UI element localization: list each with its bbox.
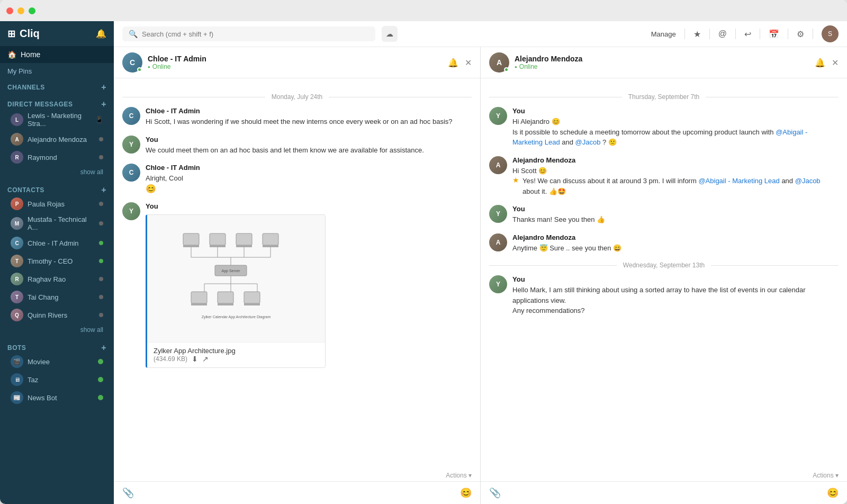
bot-moviee-name: Moviee (28, 358, 50, 366)
starred-icon[interactable]: ★ (512, 176, 519, 184)
dm-show-all[interactable]: show all (7, 166, 106, 178)
dm-item-alejandro[interactable]: A Alejandro Mendoza (7, 130, 106, 148)
left-chat-header: C Chloe - IT Admin Online 🔔 ✕ (114, 47, 480, 78)
weather-button[interactable]: ☁ (382, 26, 398, 42)
left-chat-avatar: C (122, 52, 142, 73)
actions-button[interactable]: Actions ▾ (813, 472, 839, 479)
close-icon[interactable]: ✕ (832, 58, 839, 68)
calendar-icon[interactable]: 📅 (769, 29, 779, 39)
minimize-button[interactable] (17, 7, 24, 14)
dm-item-lewis[interactable]: L Lewis - Marketing Stra... 📱 (7, 109, 106, 130)
date-label: Monday, July 24th (272, 93, 323, 101)
status-dot (99, 137, 103, 141)
bots-label: Bots (7, 344, 26, 352)
message-sender: Alejandro Mendoza (512, 233, 839, 241)
search-input[interactable] (142, 30, 369, 38)
emoji-icon[interactable]: 😊 (827, 487, 839, 499)
attachment-size: (434.69 KB) ⬇ ↗ (154, 355, 319, 363)
message-text: We could meet them on an ad hoc basis an… (146, 145, 472, 156)
message-avatar: A (489, 233, 507, 251)
channels-section: Channels + (0, 77, 114, 94)
sidebar-item-home[interactable]: 🏠 Home (0, 46, 114, 63)
maximize-button[interactable] (29, 7, 35, 14)
mention-icon[interactable]: @ (718, 29, 727, 39)
mention: @Abigail - Marketing Lead (512, 128, 807, 147)
share-icon[interactable]: ↗ (202, 355, 209, 363)
direct-messages-label: Direct Messages (7, 101, 73, 108)
contacts-add-icon[interactable]: + (101, 185, 106, 195)
left-chat-status: Online (148, 63, 443, 70)
bot-avatar: 📰 (11, 391, 23, 404)
contact-item-tai[interactable]: T Tai Chang (7, 288, 106, 306)
user-avatar[interactable]: S (822, 25, 839, 42)
contact-item-chloe[interactable]: C Chloe - IT Admin (7, 234, 106, 252)
attach-icon[interactable]: 📎 (122, 487, 134, 499)
download-icon[interactable]: ⬇ (192, 355, 198, 363)
svg-rect-23 (218, 292, 233, 303)
contact-item-quinn[interactable]: Q Quinn Rivers (7, 306, 106, 324)
direct-messages-section: Direct Messages + L Lewis - Marketing St… (0, 94, 114, 180)
star-icon[interactable]: ★ (693, 29, 701, 39)
left-chat-panel: C Chloe - IT Admin Online 🔔 ✕ (114, 47, 481, 504)
contacts-show-all[interactable]: show all (7, 324, 106, 336)
title-bar (0, 0, 847, 21)
bell-icon[interactable]: 🔔 (815, 58, 825, 68)
manage-button[interactable]: Manage (651, 30, 676, 38)
avatar: T (11, 291, 23, 303)
sidebar-item-home-label: Home (21, 50, 40, 59)
avatar: Q (11, 309, 23, 321)
direct-messages-add-icon[interactable]: + (101, 100, 106, 109)
bot-item-taz[interactable]: 🖥 Taz (7, 371, 106, 389)
right-chat-header: A Alejandro Mendoza Online 🔔 ✕ (481, 47, 847, 78)
close-icon[interactable]: ✕ (465, 58, 472, 68)
bot-status-dot (98, 359, 103, 364)
left-chat-input[interactable] (139, 489, 455, 497)
home-icon: 🏠 (7, 50, 16, 59)
status-dot (99, 295, 103, 299)
contacts-label: Contacts (7, 186, 44, 194)
contact-item-paula[interactable]: P Paula Rojas (7, 195, 106, 213)
emoji-icon[interactable]: 😊 (460, 487, 472, 499)
left-chat-name: Chloe - IT Admin (148, 55, 443, 63)
sidebar-header: ⊞ Cliq 🔔 (0, 21, 114, 46)
contact-item-raghav[interactable]: R Raghav Rao (7, 270, 106, 288)
contacts-header[interactable]: Contacts + (7, 185, 106, 195)
search-bar[interactable]: 🔍 (122, 26, 375, 41)
message-sender: You (146, 202, 472, 210)
message-text-2: Is it possible to schedule a meeting tom… (512, 127, 839, 148)
dm-item-raymond[interactable]: R Raymond (7, 148, 106, 166)
right-chat-header-actions: 🔔 ✕ (815, 58, 839, 68)
bot-avatar: 🖥 (11, 373, 23, 386)
message-group: C Chloe - IT Admin Hi Scott, I was wonde… (122, 107, 472, 127)
channels-header[interactable]: Channels + (7, 83, 106, 92)
my-pins-label[interactable]: My Pins (7, 67, 106, 75)
channels-add-icon[interactable]: + (101, 83, 106, 92)
close-button[interactable] (6, 7, 13, 14)
attach-icon[interactable]: 📎 (489, 487, 501, 499)
actions-button[interactable]: Actions ▾ (446, 472, 472, 479)
dm-lewis-name: Lewis - Marketing Stra... (28, 112, 91, 128)
bot-item-newsbot[interactable]: 📰 News Bot (7, 389, 106, 407)
right-messages-area: Thursday, September 7th Y You Hi Alejand… (481, 78, 847, 471)
message-sender: You (512, 107, 839, 115)
direct-messages-header[interactable]: Direct Messages + (7, 100, 106, 109)
message-text: Hi Scott, I was wondering if we should m… (146, 116, 472, 127)
svg-rect-5 (236, 245, 252, 247)
bots-add-icon[interactable]: + (101, 343, 106, 353)
contact-item-mustafa[interactable]: M Mustafa - Technical A... (7, 213, 106, 234)
search-icon: 🔍 (129, 30, 138, 38)
right-chat-input[interactable] (506, 489, 822, 497)
contact-item-timothy[interactable]: T Timothy - CEO (7, 252, 106, 270)
settings-icon[interactable]: ⚙ (797, 29, 804, 39)
date-divider: Monday, July 24th (122, 93, 472, 101)
svg-text:App Server: App Server (221, 269, 240, 273)
message-sender: You (146, 136, 472, 143)
bots-header[interactable]: Bots + (7, 343, 106, 353)
avatar: R (11, 151, 23, 164)
history-icon[interactable]: ↩ (744, 29, 751, 39)
bot-item-moviee[interactable]: 🎬 Moviee (7, 353, 106, 371)
bell-icon[interactable]: 🔔 (448, 58, 458, 68)
attachment-info: Zylker App Architecture.jpg (434.69 KB) … (147, 342, 325, 367)
message-group: Y You Thanks man! See you then 👍 (489, 205, 839, 225)
notification-bell-icon[interactable]: 🔔 (96, 29, 106, 39)
